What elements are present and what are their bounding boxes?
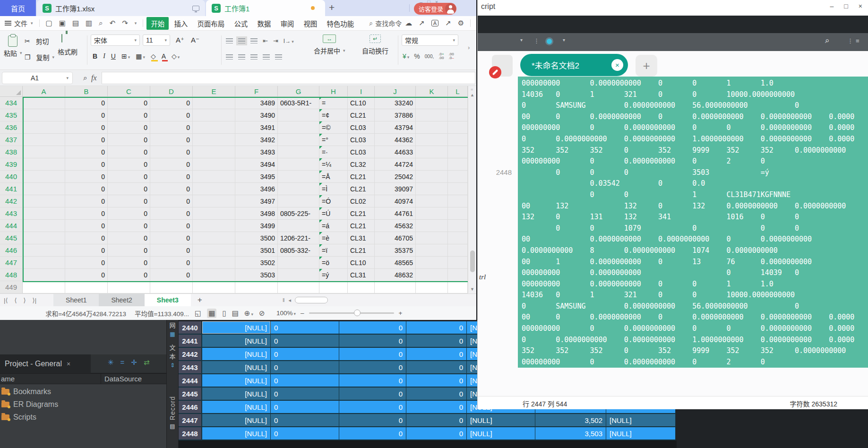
cell-A436[interactable] xyxy=(23,121,65,134)
db-cell-2443-2[interactable]: 0 xyxy=(271,361,339,374)
page-break-icon[interactable]: ▤ xyxy=(232,309,239,318)
cell-H440[interactable]: =Å xyxy=(319,171,348,183)
cell-C436[interactable]: 0 xyxy=(108,121,150,134)
cell-H442[interactable]: =Ó xyxy=(319,195,348,207)
cell-H444[interactable]: =á xyxy=(319,220,348,232)
cell-E440[interactable] xyxy=(193,171,235,183)
a-box-icon[interactable]: A xyxy=(431,20,438,26)
cell-C444[interactable]: 0 xyxy=(108,220,150,232)
db-cell-2447-3[interactable]: 0 xyxy=(339,414,406,427)
chevron-down-icon[interactable]: ▾ xyxy=(563,37,565,43)
align-middle-icon[interactable] xyxy=(238,38,245,43)
tab-grid-label[interactable]: 网 xyxy=(169,321,175,330)
zoom-in-icon[interactable]: + xyxy=(399,310,403,317)
ribbon-tab-审阅[interactable]: 审阅 xyxy=(276,17,298,30)
cell-B449[interactable] xyxy=(65,281,108,293)
cell-D439[interactable]: 0 xyxy=(150,158,193,171)
column-divider[interactable] xyxy=(101,374,101,384)
db-cell-2442-1[interactable]: [NULL] xyxy=(202,348,271,361)
column-header-J[interactable]: J xyxy=(375,86,416,97)
doc-icon[interactable]: ▤ xyxy=(170,423,175,430)
cell-J444[interactable]: 45632 xyxy=(375,220,416,232)
cell-A440[interactable] xyxy=(23,171,65,183)
decrease-decimal-icon[interactable]: .00.0– xyxy=(449,52,454,60)
column-header-C[interactable]: C xyxy=(108,86,150,97)
cell-F440[interactable]: 3495 xyxy=(235,171,278,183)
row-header-443[interactable]: 443 xyxy=(0,207,23,220)
cell-E447[interactable] xyxy=(193,257,235,269)
split-handle-icon[interactable]: = xyxy=(471,87,473,92)
db-cell-2442-4[interactable]: 0 xyxy=(406,348,467,361)
cell-I440[interactable]: CL21 xyxy=(348,171,375,183)
cell-A441[interactable] xyxy=(23,183,65,195)
new-tab-button[interactable]: + xyxy=(329,2,335,13)
row-header-435[interactable]: 435 xyxy=(0,109,23,121)
cell-G446[interactable]: 0805-332- xyxy=(278,244,319,257)
db-cell-2447-5[interactable]: [NULL] xyxy=(467,414,535,427)
font-increase-button[interactable]: A⁺ xyxy=(176,36,184,44)
cell-K440[interactable] xyxy=(416,171,448,183)
font-name-select[interactable]: 宋体 xyxy=(91,34,140,46)
cell-L446[interactable] xyxy=(448,244,468,257)
db-cell-2446-2[interactable]: 0 xyxy=(271,401,339,414)
cell-J435[interactable]: 37886 xyxy=(375,109,416,121)
cell-D437[interactable]: 0 xyxy=(150,134,193,146)
cell-H446[interactable]: =ï xyxy=(319,244,348,257)
cell-C438[interactable]: 0 xyxy=(108,146,150,158)
cell-A437[interactable] xyxy=(23,134,65,146)
eraser-button[interactable]: ◇ xyxy=(172,52,180,60)
row-header-437[interactable]: 437 xyxy=(0,134,23,146)
cell-I445[interactable]: CL31 xyxy=(348,232,375,244)
scroll-split-icon[interactable]: ‖ xyxy=(283,297,285,303)
cell-E434[interactable] xyxy=(193,97,235,109)
file-menu[interactable]: 文件 xyxy=(14,18,27,28)
cell-K436[interactable] xyxy=(416,121,448,134)
cell-E441[interactable] xyxy=(193,183,235,195)
db-cell-2447-6[interactable]: 3,502 xyxy=(535,414,606,427)
cell-G441[interactable] xyxy=(278,183,319,195)
cell-E436[interactable] xyxy=(193,121,235,134)
increase-indent-icon[interactable]: ⇥ xyxy=(273,37,278,44)
cell-H436[interactable]: =© xyxy=(319,121,348,134)
home-tab[interactable]: 首页 xyxy=(0,0,36,16)
cell-K447[interactable] xyxy=(416,257,448,269)
db-cell-2445-1[interactable]: [NULL] xyxy=(202,388,271,401)
cell-K446[interactable] xyxy=(416,244,448,257)
cell-D445[interactable]: 0 xyxy=(150,232,193,244)
cell-E444[interactable] xyxy=(193,220,235,232)
cell-C442[interactable]: 0 xyxy=(108,195,150,207)
prev-sheet-icon[interactable]: ⟨ xyxy=(14,297,17,304)
column-header-B[interactable]: B xyxy=(65,86,108,97)
db-cell-2448-7[interactable]: [NULL] xyxy=(606,427,676,440)
menu-list-icon[interactable]: ≡ xyxy=(856,37,859,44)
cell-D435[interactable]: 0 xyxy=(150,109,193,121)
ribbon-tab-插入[interactable]: 插入 xyxy=(170,17,192,30)
cell-L444[interactable] xyxy=(448,220,468,232)
project-tab[interactable]: Project - General × xyxy=(0,354,91,373)
cell-H438[interactable]: =· xyxy=(319,146,348,158)
cell-H448[interactable]: =ý xyxy=(319,269,348,281)
cell-I437[interactable]: CL03 xyxy=(348,134,375,146)
cell-B442[interactable]: 0 xyxy=(65,195,108,207)
column-datasource[interactable]: DataSource xyxy=(104,375,142,383)
refresh-swap-icon[interactable]: ⇄ xyxy=(144,358,150,367)
zoom-value[interactable]: 100% xyxy=(276,310,296,317)
cell-D436[interactable]: 0 xyxy=(150,121,193,134)
scroll-left-icon[interactable]: ◂ xyxy=(289,297,292,303)
cell-J443[interactable]: 44761 xyxy=(375,207,416,220)
cell-I434[interactable]: CL10 xyxy=(348,97,375,109)
cell-F437[interactable]: 3492 xyxy=(235,134,278,146)
document-text[interactable]: 000000000 0.0000000000 0 0 1 1.0 14036 0… xyxy=(518,77,868,368)
find-command[interactable]: ⌕ 查找命令 xyxy=(369,18,402,28)
db-cell-2444-2[interactable]: 0 xyxy=(271,374,339,388)
cell-B445[interactable]: 0 xyxy=(65,232,108,244)
cell-F436[interactable]: 3491 xyxy=(235,121,278,134)
row-header-448[interactable]: 448 xyxy=(0,269,23,281)
cell-G438[interactable] xyxy=(278,146,319,158)
cell-C446[interactable]: 0 xyxy=(108,244,150,257)
db-cell-2444-1[interactable]: [NULL] xyxy=(202,374,271,388)
cell-C443[interactable]: 0 xyxy=(108,207,150,220)
cell-J434[interactable]: 33240 xyxy=(375,97,416,109)
db-cell-2443-3[interactable]: 0 xyxy=(339,361,406,374)
cell-D448[interactable]: 0 xyxy=(150,269,193,281)
